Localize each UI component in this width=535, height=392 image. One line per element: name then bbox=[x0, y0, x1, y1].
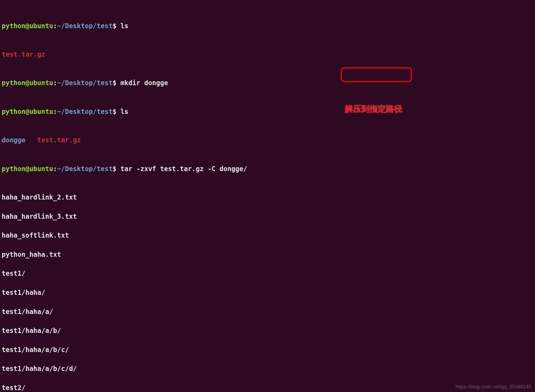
prompt-line[interactable]: python@ubuntu:~/Desktop/test$ mkdir dong… bbox=[2, 78, 533, 88]
cmd-tar-prefix: tar -zxvf test.tar.gz bbox=[121, 165, 208, 173]
output-line: test1/haha/ bbox=[2, 288, 533, 298]
output-line: test1/haha/a/ bbox=[2, 307, 533, 317]
output-line: test1/haha/a/b/c/ bbox=[2, 345, 533, 355]
prompt-colon: : bbox=[53, 22, 57, 30]
dir-dongge: dongge bbox=[2, 136, 25, 144]
prompt-at: @ bbox=[25, 22, 29, 30]
prompt-host: ubuntu bbox=[29, 22, 53, 30]
prompt-line[interactable]: python@ubuntu:~/Desktop/test$ ls bbox=[2, 107, 533, 117]
output-line: haha_hardlink_2.txt bbox=[2, 193, 533, 202]
output-line: test2/ bbox=[2, 383, 533, 392]
prompt-user: python bbox=[2, 22, 25, 30]
output-line: test.tar.gz bbox=[2, 50, 533, 59]
prompt-symbol: $ bbox=[113, 22, 116, 30]
prompt-line[interactable]: python@ubuntu:~/Desktop/test$ tar -zxvf … bbox=[2, 164, 533, 174]
file-archive: test.tar.gz bbox=[2, 51, 45, 58]
output-line: test1/haha/a/b/c/d/ bbox=[2, 364, 533, 374]
output-line: test1/haha/a/b/ bbox=[2, 326, 533, 336]
cmd-ls: ls bbox=[121, 22, 129, 30]
file-archive: test.tar.gz bbox=[37, 136, 81, 144]
annotation-box bbox=[341, 67, 412, 82]
prompt-path: ~/Desktop/test bbox=[57, 22, 112, 30]
cmd-ls: ls bbox=[121, 108, 129, 116]
output-line: dongge test.tar.gz bbox=[2, 136, 533, 145]
output-line: python_haha.txt bbox=[2, 250, 533, 260]
cmd-mkdir: mkdir dongge bbox=[121, 79, 168, 87]
output-line: haha_hardlink_3.txt bbox=[2, 212, 533, 221]
watermark: https://blog.csdn.net/qq_35489248 bbox=[456, 383, 531, 390]
annotation-text: 解压到指定路径 bbox=[345, 103, 411, 115]
output-line: test1/ bbox=[2, 269, 533, 278]
output-line: haha_softlink.txt bbox=[2, 231, 533, 240]
prompt-line[interactable]: python@ubuntu:~/Desktop/test$ ls bbox=[2, 21, 533, 31]
cmd-tar-suffix: -C dongge/ bbox=[207, 165, 247, 173]
terminal[interactable]: python@ubuntu:~/Desktop/test$ ls test.ta… bbox=[2, 2, 533, 392]
